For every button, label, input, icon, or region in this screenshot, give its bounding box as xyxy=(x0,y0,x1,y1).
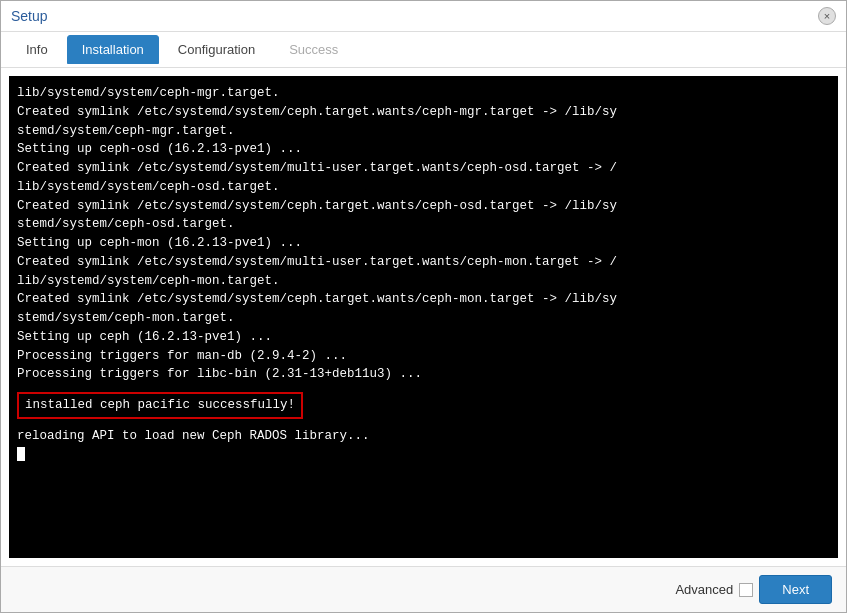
setup-window: Setup × Info Installation Configuration … xyxy=(0,0,847,613)
tab-success: Success xyxy=(274,35,353,64)
window-title: Setup xyxy=(11,8,48,24)
terminal-line: Setting up ceph-osd (16.2.13-pve1) ... xyxy=(17,140,826,159)
terminal-line: Created symlink /etc/systemd/system/ceph… xyxy=(17,197,826,216)
tab-configuration[interactable]: Configuration xyxy=(163,35,270,64)
terminal-line: Processing triggers for libc-bin (2.31-1… xyxy=(17,365,826,384)
success-message: installed ceph pacific successfully! xyxy=(17,392,303,419)
terminal-line: lib/systemd/system/ceph-osd.target. xyxy=(17,178,826,197)
terminal-success-block: installed ceph pacific successfully! xyxy=(17,388,826,423)
terminal-line: stemd/system/ceph-mgr.target. xyxy=(17,122,826,141)
terminal-line: lib/systemd/system/ceph-mon.target. xyxy=(17,272,826,291)
tab-info[interactable]: Info xyxy=(11,35,63,64)
advanced-label: Advanced xyxy=(675,582,733,597)
main-content: lib/systemd/system/ceph-mgr.target. Crea… xyxy=(1,68,846,566)
terminal-output: lib/systemd/system/ceph-mgr.target. Crea… xyxy=(9,76,838,558)
title-bar: Setup × xyxy=(1,1,846,32)
terminal-cursor xyxy=(17,447,25,461)
terminal-line: stemd/system/ceph-osd.target. xyxy=(17,215,826,234)
next-button[interactable]: Next xyxy=(759,575,832,604)
advanced-checkbox[interactable] xyxy=(739,583,753,597)
terminal-line: Setting up ceph (16.2.13-pve1) ... xyxy=(17,328,826,347)
footer: Advanced Next xyxy=(1,566,846,612)
terminal-line: Created symlink /etc/systemd/system/ceph… xyxy=(17,103,826,122)
footer-left: Advanced Next xyxy=(15,575,832,604)
terminal-scroll[interactable]: lib/systemd/system/ceph-mgr.target. Crea… xyxy=(17,84,830,550)
terminal-line: Created symlink /etc/systemd/system/ceph… xyxy=(17,290,826,309)
close-button[interactable]: × xyxy=(818,7,836,25)
terminal-line: stemd/system/ceph-mon.target. xyxy=(17,309,826,328)
terminal-line: Setting up ceph-mon (16.2.13-pve1) ... xyxy=(17,234,826,253)
terminal-cursor-line xyxy=(17,446,826,465)
terminal-line: Created symlink /etc/systemd/system/mult… xyxy=(17,159,826,178)
tab-installation[interactable]: Installation xyxy=(67,35,159,64)
terminal-line: lib/systemd/system/ceph-mgr.target. xyxy=(17,84,826,103)
tabs-bar: Info Installation Configuration Success xyxy=(1,32,846,68)
terminal-line: Processing triggers for man-db (2.9.4-2)… xyxy=(17,347,826,366)
terminal-line: Created symlink /etc/systemd/system/mult… xyxy=(17,253,826,272)
terminal-line: reloading API to load new Ceph RADOS lib… xyxy=(17,427,826,446)
